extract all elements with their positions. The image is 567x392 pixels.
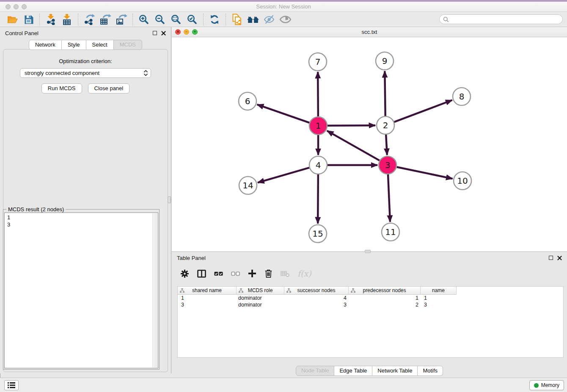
table-row[interactable]: 3dominator323: [178, 301, 563, 308]
close-panel-button[interactable]: Close panel: [88, 83, 130, 94]
memory-status-dot: [534, 383, 539, 388]
zoom-in-icon: [138, 14, 149, 25]
duplicate-network-button[interactable]: [229, 13, 245, 26]
column-header-MCDS-role[interactable]: MCDS role: [237, 287, 284, 295]
graph-edge-3-1[interactable]: [327, 131, 380, 160]
export-table-button[interactable]: [97, 13, 113, 26]
close-table-panel-icon[interactable]: [557, 256, 562, 260]
network-canvas[interactable]: 7968124314101511: [172, 37, 567, 251]
table-tab-node-table[interactable]: Node Table: [296, 366, 335, 376]
graph-node-9[interactable]: 9: [376, 52, 394, 70]
graph-edge-4-15[interactable]: [318, 174, 318, 224]
graph-node-1[interactable]: 1: [309, 117, 327, 135]
table-cell[interactable]: 3: [421, 301, 457, 308]
column-header-label: name: [432, 287, 445, 293]
run-mcds-button[interactable]: Run MCDS: [41, 83, 82, 94]
graph-node-6[interactable]: 6: [239, 92, 256, 110]
column-header-predecessor-nodes[interactable]: predecessor nodes: [349, 287, 421, 295]
open-session-button[interactable]: [4, 13, 20, 26]
apply-layout-button[interactable]: [206, 13, 223, 26]
graph-edge-2-8[interactable]: [394, 100, 452, 122]
column-header-shared-name[interactable]: shared name: [178, 287, 237, 295]
vertical-splitter-grip[interactable]: [168, 196, 171, 203]
mcds-result-area[interactable]: 13: [4, 213, 158, 368]
graph-edge-1-2[interactable]: [328, 125, 375, 126]
table-tab-edge-table[interactable]: Edge Table: [334, 366, 372, 376]
delete-column-button[interactable]: [264, 269, 272, 278]
control-tab-style[interactable]: Style: [62, 40, 86, 50]
deselect-all-button[interactable]: [231, 271, 240, 277]
table-tab-motifs[interactable]: Motifs: [418, 366, 443, 376]
table-cell[interactable]: dominator: [237, 295, 284, 301]
table-cell[interactable]: dominator: [237, 301, 284, 308]
graph-edge-3-10[interactable]: [397, 167, 453, 179]
float-table-panel-icon[interactable]: [549, 256, 553, 260]
graph-edge-1-7[interactable]: [318, 72, 318, 116]
result-scrollbar[interactable]: [152, 213, 157, 367]
toggle-view-button[interactable]: [197, 270, 206, 278]
table-cell[interactable]: 1: [178, 295, 237, 301]
graph-node-14[interactable]: 14: [239, 177, 257, 194]
export-network-button[interactable]: [81, 13, 97, 26]
graph-node-15[interactable]: 15: [309, 225, 327, 243]
column-header-successor-nodes[interactable]: successor nodes: [284, 287, 349, 295]
search-input[interactable]: [451, 17, 559, 22]
graph-node-4[interactable]: 4: [309, 156, 327, 174]
create-column-button[interactable]: [248, 269, 256, 278]
graph-node-11[interactable]: 11: [382, 223, 399, 241]
graph-edge-2-3[interactable]: [386, 135, 387, 155]
graph-edge-3-11[interactable]: [388, 174, 390, 222]
graph-node-3[interactable]: 3: [379, 156, 396, 174]
table-cell[interactable]: 4: [284, 295, 349, 301]
control-tab-mcds[interactable]: MCDS: [114, 40, 142, 50]
node-table: shared nameMCDS rolesuccessor nodesprede…: [177, 286, 564, 358]
table-cell[interactable]: 2: [349, 301, 421, 308]
show-graphics-button[interactable]: [277, 13, 293, 26]
graph-edge-4-14[interactable]: [258, 168, 309, 182]
table-cell[interactable]: 1: [349, 295, 421, 301]
control-tab-network[interactable]: Network: [29, 40, 62, 50]
task-history-button[interactable]: [4, 380, 19, 390]
memory-button[interactable]: Memory: [529, 380, 564, 390]
float-panel-icon[interactable]: [153, 31, 157, 35]
graph-node-10[interactable]: 10: [454, 172, 471, 190]
control-panel-title: Control Panel: [5, 30, 39, 36]
column-type-icon: [286, 288, 291, 293]
graph-edge-1-6[interactable]: [257, 105, 310, 123]
import-table-icon: [62, 14, 72, 25]
optimization-criterion-select[interactable]: strongly connected component: [20, 68, 151, 78]
control-tab-select[interactable]: Select: [86, 40, 114, 50]
table-cell[interactable]: 3: [178, 301, 237, 308]
horizontal-splitter-grip[interactable]: [365, 250, 371, 253]
close-panel-icon[interactable]: [161, 31, 166, 36]
select-all-button[interactable]: [214, 271, 223, 277]
homes-icon: [247, 14, 260, 25]
graph-edge-2-9[interactable]: [385, 71, 385, 116]
svg-text:2: 2: [383, 120, 388, 130]
zoom-out-button[interactable]: [152, 13, 168, 26]
table-cell[interactable]: 1: [421, 295, 457, 301]
graph-node-7[interactable]: 7: [309, 53, 327, 71]
mcds-result-title: MCDS result (2 nodes): [6, 206, 66, 213]
open-folder-icon: [7, 14, 18, 25]
column-header-name[interactable]: name: [421, 287, 457, 295]
graph-node-2[interactable]: 2: [377, 116, 394, 134]
checked-boxes-icon: [214, 271, 223, 277]
zoom-selected-button[interactable]: [184, 13, 200, 26]
zoom-in-button[interactable]: [136, 13, 152, 26]
table-settings-button[interactable]: [180, 269, 189, 278]
import-network-button[interactable]: [43, 13, 59, 26]
table-row[interactable]: 1dominator411: [178, 295, 563, 301]
table-tab-network-table[interactable]: Network Table: [372, 366, 418, 376]
table-panel-title: Table Panel: [177, 255, 206, 261]
table-cell[interactable]: 3: [284, 301, 349, 308]
export-image-button[interactable]: [113, 13, 129, 26]
homes-button[interactable]: [245, 13, 261, 26]
search-box[interactable]: [439, 14, 563, 24]
hide-selected-button[interactable]: [261, 13, 277, 26]
svg-text:4: 4: [316, 160, 321, 170]
graph-node-8[interactable]: 8: [453, 88, 471, 105]
save-session-button[interactable]: [20, 13, 36, 26]
zoom-fit-button[interactable]: [168, 13, 184, 26]
import-table-button[interactable]: [59, 13, 75, 26]
